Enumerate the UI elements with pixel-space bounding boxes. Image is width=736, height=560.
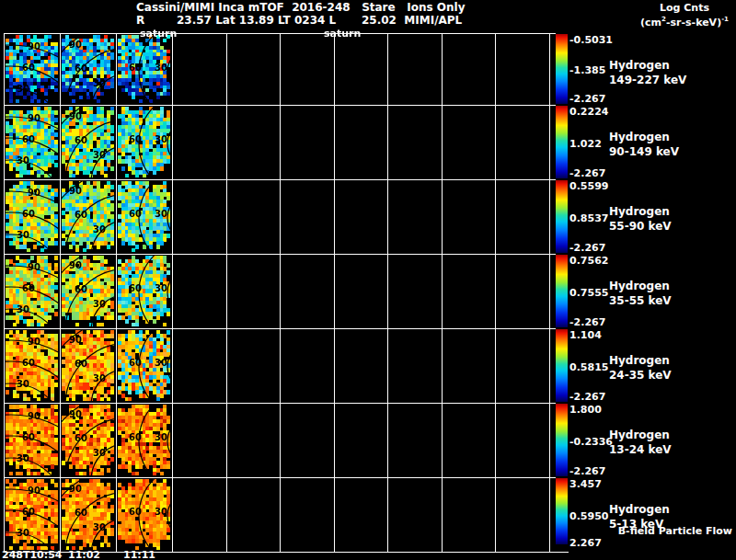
mimi-inca-display: Cassini/MIMI Inca mTOF 2016-248 Stare Io… bbox=[0, 0, 736, 560]
inca-image-panel bbox=[62, 107, 114, 177]
colorbar-value-mid: -0.2336 bbox=[569, 437, 613, 448]
colorbar bbox=[556, 255, 568, 327]
energy-label: 35-55 keV bbox=[609, 295, 672, 307]
colorbar-value-top: 1.104 bbox=[569, 330, 602, 341]
colorbar bbox=[556, 34, 568, 104]
energy-label: 55-90 keV bbox=[609, 221, 672, 233]
colorbar-value-top: 3.457 bbox=[569, 479, 602, 490]
inca-image-panel bbox=[6, 405, 58, 475]
grid-hline bbox=[4, 179, 556, 180]
inca-image-panel bbox=[118, 35, 170, 103]
inca-image-panel bbox=[6, 181, 58, 252]
colorbar-value-top: 1.800 bbox=[569, 405, 602, 416]
grid-hline bbox=[4, 552, 569, 553]
page-title: Cassini/MIMI Inca mTOF 2016-248 Stare Io… bbox=[136, 2, 465, 14]
energy-label: 24-35 keV bbox=[609, 370, 672, 382]
colorbar-value-bottom: -2.267 bbox=[569, 466, 605, 477]
inca-image-panel bbox=[6, 479, 58, 550]
colorbar bbox=[556, 404, 568, 476]
grid-vline bbox=[4, 33, 5, 552]
species-label: Hydrogen bbox=[609, 280, 670, 292]
grid-vline bbox=[226, 33, 227, 552]
energy-label: 90-149 keV bbox=[609, 146, 679, 158]
units-title: Log Cnts bbox=[633, 2, 736, 14]
colorbar-value-bottom: -2.267 bbox=[569, 392, 605, 403]
colorbar-value-mid: -1.385 bbox=[569, 65, 605, 76]
energy-label: 13-24 keV bbox=[609, 444, 672, 456]
species-label: Hydrogen bbox=[609, 429, 670, 441]
colorbar-value-top: 0.2224 bbox=[569, 107, 608, 118]
lshell-credit: 25.02 MIMI/APL bbox=[362, 15, 462, 27]
inca-image-panel bbox=[6, 256, 58, 326]
colorbar-value-top: -0.5031 bbox=[569, 35, 613, 46]
inca-image-panel bbox=[6, 35, 58, 103]
inca-image-panel bbox=[6, 107, 58, 177]
inca-image-panel bbox=[118, 479, 170, 550]
grid-hline bbox=[4, 328, 556, 329]
grid-hline bbox=[4, 33, 556, 34]
units-formula: (cm2-sr-s-keV)-1 bbox=[633, 14, 736, 29]
colorbar bbox=[556, 329, 568, 402]
inca-image-panel bbox=[6, 330, 58, 401]
colorbar bbox=[556, 180, 568, 253]
grid-vline bbox=[172, 33, 173, 552]
species-label: Hydrogen bbox=[609, 60, 670, 72]
inca-image-panel bbox=[62, 35, 114, 103]
grid-vline bbox=[495, 33, 496, 552]
colorbar-value-top: 0.7562 bbox=[569, 256, 608, 267]
inca-image-panel bbox=[62, 405, 114, 475]
colorbar-value-bottom: -2.267 bbox=[569, 317, 605, 328]
grid-vline bbox=[280, 33, 281, 552]
grid-vline bbox=[60, 33, 61, 552]
inca-image-panel bbox=[118, 107, 170, 177]
grid-vline bbox=[442, 33, 443, 552]
grid-hline bbox=[4, 477, 556, 478]
grid-hline bbox=[4, 105, 556, 106]
inca-image-panel bbox=[118, 181, 170, 252]
inca-image-panel bbox=[118, 256, 170, 326]
colorbar bbox=[556, 478, 568, 544]
grid-hline bbox=[4, 254, 556, 255]
grid-vline bbox=[116, 33, 117, 552]
colorbar-value-mid: 0.5950 bbox=[569, 511, 608, 522]
saturn-marker-left: saturn bbox=[140, 29, 177, 40]
r-label: R bbox=[136, 15, 144, 27]
inca-image-panel bbox=[118, 405, 170, 475]
inca-image-panel bbox=[62, 330, 114, 401]
saturn-marker-center: saturn bbox=[324, 29, 361, 40]
inca-image-panel bbox=[118, 330, 170, 401]
colorbar-value-bottom: -2.267 bbox=[569, 94, 605, 105]
colorbar-value-mid: 0.5815 bbox=[569, 362, 608, 373]
grid-hline bbox=[4, 403, 556, 404]
colorbar-value-mid: 1.022 bbox=[569, 139, 602, 150]
species-label: Hydrogen bbox=[609, 504, 670, 516]
inca-image-panel bbox=[62, 181, 114, 252]
colorbar bbox=[556, 106, 568, 178]
colorbar-value-mid: 0.7555 bbox=[569, 288, 608, 299]
energy-label: 5-13 keV bbox=[609, 519, 663, 531]
grid-vline bbox=[334, 33, 335, 552]
grid-vline bbox=[387, 33, 388, 552]
species-label: Hydrogen bbox=[609, 206, 670, 218]
species-label: Hydrogen bbox=[609, 131, 670, 143]
species-label: Hydrogen bbox=[609, 355, 670, 367]
colorbar-value-bottom: -2.267 bbox=[569, 168, 605, 179]
position-values: 23.57 Lat 13.89 LT 0234 L bbox=[177, 15, 336, 27]
inca-image-panel bbox=[62, 479, 114, 550]
colorbar-value-bottom: -2.267 bbox=[569, 243, 605, 254]
colorbar-value-bottom: 2.267 bbox=[569, 538, 602, 549]
colorbar-value-mid: 0.8537 bbox=[569, 213, 608, 224]
energy-label: 149-227 keV bbox=[609, 74, 686, 86]
grid-vline bbox=[549, 33, 550, 552]
colorbar-units: Log Cnts (cm2-sr-s-keV)-1 bbox=[633, 2, 736, 29]
colorbar-value-top: 0.5599 bbox=[569, 181, 608, 192]
inca-image-panel bbox=[62, 256, 114, 326]
